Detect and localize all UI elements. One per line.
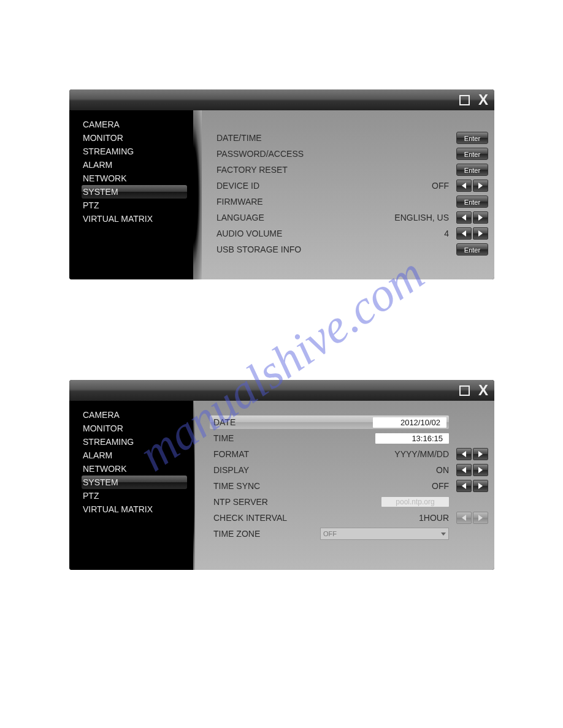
date-strip[interactable]: DATE2012/10/02 [210, 415, 449, 429]
panel-divider [193, 110, 202, 279]
enter-button[interactable]: Enter [456, 243, 488, 256]
sidebar-item-monitor[interactable]: MONITOR [82, 422, 187, 435]
timezone-select[interactable]: OFF [320, 528, 449, 540]
setting-label: TIME SYNC [210, 481, 320, 491]
setting-label: FORMAT [210, 449, 320, 459]
setting-label: PASSWORD/ACCESS [216, 149, 327, 159]
setting-row: LANGUAGEENGLISH, US [216, 210, 488, 226]
maximize-icon[interactable] [459, 385, 470, 396]
arrow-left-button[interactable] [456, 227, 472, 240]
sidebar-item-network[interactable]: NETWORK [82, 172, 187, 185]
setting-control [453, 480, 488, 492]
arrow-right-button[interactable] [473, 227, 488, 240]
maximize-icon[interactable] [459, 95, 470, 105]
sidebar-item-streaming[interactable]: STREAMING [82, 435, 187, 449]
ntp-value: pool.ntp.org [381, 497, 449, 507]
setting-row: DEVICE IDOFF [216, 178, 488, 194]
sidebar-item-camera[interactable]: CAMERA [82, 118, 187, 131]
setting-control [453, 211, 488, 224]
arrow-left-button[interactable] [456, 180, 472, 192]
ntp-row: NTP SERVERpool.ntp.org [210, 494, 488, 510]
sidebar-item-system[interactable]: SYSTEM [82, 185, 187, 199]
arrow-right-button[interactable] [473, 211, 488, 224]
setting-label: DEVICE ID [216, 181, 327, 191]
setting-control [453, 448, 488, 460]
timezone-row: TIME ZONEOFF [210, 526, 488, 542]
arrow-left-button[interactable] [456, 464, 472, 476]
setting-control [453, 180, 488, 192]
arrow-right-button[interactable] [473, 480, 488, 492]
panel-content-datetime: DATE2012/10/02TIME13:16:15FORMATYYYY/MM/… [195, 401, 494, 570]
sidebar-item-alarm[interactable]: ALARM [82, 449, 187, 462]
setting-value: OFF [327, 181, 453, 191]
arrow-left-button [456, 512, 472, 524]
setting-control [453, 464, 488, 476]
arrow-right-button [473, 512, 488, 524]
sidebar-item-alarm[interactable]: ALARM [82, 158, 187, 172]
setting-control [453, 512, 488, 524]
setting-label: FIRMWARE [216, 197, 327, 207]
setting-row: FIRMWAREEnter [216, 194, 488, 210]
time-value[interactable]: 13:16:15 [375, 433, 449, 444]
arrow-left-button[interactable] [456, 480, 472, 492]
setting-row: DATE/TIMEEnter [216, 130, 488, 146]
timezone-value: OFF [323, 530, 337, 537]
enter-button[interactable]: Enter [456, 195, 488, 208]
setting-label: FACTORY RESET [216, 165, 327, 175]
date-label: DATE [213, 417, 373, 427]
timezone-label: TIME ZONE [210, 529, 320, 539]
sidebar-item-network[interactable]: NETWORK [82, 462, 187, 476]
setting-label: USB STORAGE INFO [216, 245, 327, 254]
sidebar-item-monitor[interactable]: MONITOR [82, 131, 187, 145]
setting-value: OFF [320, 481, 453, 491]
setting-row: PASSWORD/ACCESSEnter [216, 146, 488, 162]
setting-row: USB STORAGE INFOEnter [216, 241, 488, 257]
arrow-right-button[interactable] [473, 180, 488, 192]
arrow-right-button[interactable] [473, 464, 488, 476]
setting-control: Enter [453, 164, 488, 176]
sidebar: CAMERAMONITORSTREAMINGALARMNETWORKSYSTEM… [69, 110, 193, 279]
enter-button[interactable]: Enter [456, 132, 488, 144]
titlebar: X [69, 380, 494, 401]
close-icon[interactable]: X [478, 93, 488, 107]
setting-label: DISPLAY [210, 465, 320, 475]
sidebar-item-ptz[interactable]: PTZ [82, 199, 187, 212]
setting-control: Enter [453, 195, 488, 208]
panel-content-system: DATE/TIMEEnterPASSWORD/ACCESSEnterFACTOR… [202, 110, 494, 279]
setting-value: YYYY/MM/DD [320, 449, 453, 459]
settings-panel-system: X CAMERAMONITORSTREAMINGALARMNETWORKSYST… [69, 89, 494, 279]
check-interval-label: CHECK INTERVAL [210, 513, 320, 523]
sidebar-item-virtual-matrix[interactable]: VIRTUAL MATRIX [82, 212, 187, 226]
chevron-down-icon [441, 533, 446, 536]
ntp-label: NTP SERVER [210, 497, 320, 507]
setting-row: AUDIO VOLUME4 [216, 226, 488, 241]
sidebar-item-streaming[interactable]: STREAMING [82, 145, 187, 158]
time-label: TIME [210, 433, 320, 443]
close-icon[interactable]: X [478, 383, 488, 398]
date-value[interactable]: 2012/10/02 [373, 417, 446, 428]
date-row: DATE2012/10/02 [210, 414, 488, 430]
settings-panel-datetime: X CAMERAMONITORSTREAMINGALARMNETWORKSYST… [69, 380, 494, 570]
sidebar-item-virtual-matrix[interactable]: VIRTUAL MATRIX [82, 502, 187, 516]
setting-label: AUDIO VOLUME [216, 229, 327, 238]
setting-control: Enter [453, 132, 488, 144]
arrow-right-button[interactable] [473, 448, 488, 460]
enter-button[interactable]: Enter [456, 148, 488, 160]
setting-row: FACTORY RESETEnter [216, 162, 488, 178]
setting-control: Enter [453, 243, 488, 256]
check-interval-value: 1HOUR [320, 513, 453, 523]
setting-value: 4 [327, 229, 453, 238]
sidebar-item-ptz[interactable]: PTZ [82, 489, 187, 502]
enter-button[interactable]: Enter [456, 164, 488, 176]
sidebar-item-camera[interactable]: CAMERA [82, 408, 187, 422]
setting-control [453, 227, 488, 240]
setting-value: ON [320, 465, 453, 475]
sidebar-item-system[interactable]: SYSTEM [82, 476, 187, 489]
check-interval-row: CHECK INTERVAL1HOUR [210, 510, 488, 526]
arrow-left-button[interactable] [456, 211, 472, 224]
setting-label: DATE/TIME [216, 133, 327, 143]
arrow-left-button[interactable] [456, 448, 472, 460]
titlebar: X [69, 89, 494, 110]
setting-row: DISPLAYON [210, 462, 488, 478]
time-row: TIME13:16:15 [210, 430, 488, 446]
